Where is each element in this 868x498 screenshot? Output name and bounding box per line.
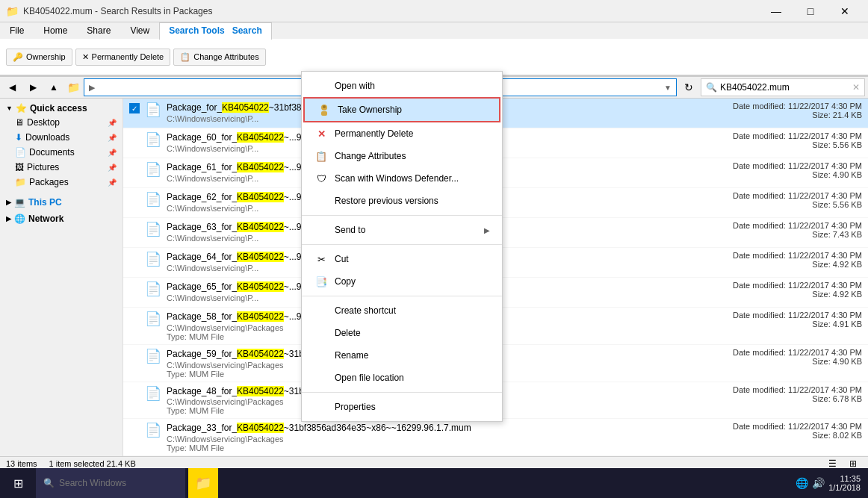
context-menu-item-permanently_delete[interactable]: ✕Permanently Delete <box>302 122 502 145</box>
file-meta: Date modified: 11/22/2017 4:30 PMSize: 4… <box>713 251 862 269</box>
packages-label: Packages <box>29 177 69 187</box>
network-icon: 🌐 <box>14 214 25 224</box>
system-tray: 🌐 🔊 <box>796 477 825 489</box>
file-checkbox[interactable] <box>129 131 144 133</box>
maximize-button[interactable]: □ <box>793 0 828 22</box>
taskbar: ⊞ 🔍 📁 🌐 🔊 11:35 1/1/2018 <box>0 468 868 498</box>
sidebar-group-network[interactable]: ▶ 🌐 Network <box>0 212 123 225</box>
file-explorer-icon: 📁 <box>195 475 211 491</box>
file-name-highlight: KB4054022 <box>237 222 284 232</box>
this-pc-icon: 💻 <box>14 197 25 208</box>
window-title: KB4054022.mum - Search Results in Packag… <box>23 6 759 16</box>
menu-separator <box>302 244 502 245</box>
context-menu-item-cut[interactable]: ✂Cut <box>302 248 502 270</box>
sidebar-item-pictures[interactable]: 🖼 Pictures 📌 <box>0 160 123 175</box>
file-type-icon: 📄 <box>144 311 162 327</box>
quick-access-label: Quick access <box>30 103 87 113</box>
file-meta: Date modified: 11/22/2017 4:30 PMSize: 8… <box>713 422 862 440</box>
context-menu-item-restore_versions[interactable]: Restore previous versions <box>302 190 502 212</box>
tab-search[interactable]: Search Tools Search <box>159 22 272 40</box>
tab-home[interactable]: Home <box>34 22 77 39</box>
path-icon: 📁 <box>67 81 80 93</box>
sidebar-item-packages[interactable]: 📁 Packages 📌 <box>0 175 123 190</box>
sidebar-item-downloads[interactable]: ⬇ Downloads 📌 <box>0 130 123 145</box>
selected-info: 1 item selected 21.4 KB <box>49 459 136 468</box>
search-clear-icon[interactable]: ✕ <box>852 82 860 93</box>
context-menu-item-send_to[interactable]: Send to▶ <box>302 219 502 241</box>
sidebar-item-documents[interactable]: 📄 Documents 📌 <box>0 145 123 160</box>
menu-item-icon <box>314 303 329 318</box>
pin-icon: 📌 <box>108 134 117 142</box>
context-menu-item-open_with[interactable]: Open with <box>302 75 502 97</box>
file-name-highlight: KB4054022 <box>237 311 284 322</box>
file-name-highlight: KB4054022 <box>237 162 284 172</box>
file-checkbox[interactable] <box>129 221 144 222</box>
documents-icon: 📄 <box>15 147 26 158</box>
file-checkbox[interactable] <box>129 311 144 312</box>
pictures-label: Pictures <box>27 162 59 172</box>
permanently-delete-button[interactable]: ✕ Permanently Delete <box>75 49 171 66</box>
file-meta: Date modified: 11/22/2017 4:30 PMSize: 4… <box>713 281 862 299</box>
forward-button[interactable]: ▶ <box>24 78 42 96</box>
context-menu-item-properties[interactable]: Properties <box>302 396 502 418</box>
context-menu-item-open_file_location[interactable]: Open file location <box>302 367 502 389</box>
context-menu-item-rename[interactable]: Rename <box>302 344 502 367</box>
ribbon: File Home Share View Search Tools Search… <box>0 22 868 77</box>
close-button[interactable]: ✕ <box>828 0 862 22</box>
change-attributes-button[interactable]: 📋 Change Attributes <box>173 49 265 66</box>
file-meta: Date modified: 11/22/2017 4:30 PMSize: 4… <box>713 348 862 366</box>
file-checkbox[interactable] <box>129 281 144 282</box>
file-meta: Date modified: 11/22/2017 4:30 PMSize: 4… <box>713 311 862 329</box>
context-menu-item-scan_defender[interactable]: 🛡Scan with Windows Defender... <box>302 167 502 190</box>
file-checkbox[interactable] <box>129 161 144 163</box>
menu-item-icon: ✕ <box>314 126 329 141</box>
context-menu-item-delete[interactable]: Delete <box>302 322 502 344</box>
file-meta: Date modified: 11/22/2017 4:30 PMSize: 2… <box>713 102 862 119</box>
menu-item-label: Permanently Delete <box>335 128 413 139</box>
pin-icon: 📌 <box>108 178 117 187</box>
sidebar-group-quick-access[interactable]: ▼ ⭐ Quick access <box>0 102 123 115</box>
file-checkbox[interactable] <box>129 348 144 349</box>
start-button[interactable]: ⊞ <box>0 468 36 498</box>
file-explorer-taskbar-icon[interactable]: 📁 <box>188 468 218 498</box>
file-size: Size: 5.56 KB <box>713 200 862 209</box>
sidebar-item-desktop[interactable]: 🖥 Desktop 📌 <box>0 115 123 130</box>
search-input[interactable] <box>720 82 852 93</box>
file-checkbox[interactable] <box>129 385 144 387</box>
refresh-button[interactable]: ↻ <box>680 78 698 96</box>
taskbar-search-input[interactable] <box>59 478 178 488</box>
taskbar-search[interactable]: 🔍 <box>36 468 185 498</box>
context-menu-item-take_ownership[interactable]: Take Ownership <box>303 97 500 122</box>
back-button[interactable]: ◀ <box>3 78 21 96</box>
file-type-icon: 📄 <box>144 385 162 402</box>
delete-icon: ✕ <box>82 52 89 62</box>
sidebar-group-this-pc[interactable]: ▶ 💻 This PC <box>0 196 123 209</box>
file-checkbox[interactable] <box>129 251 144 252</box>
pin-icon: 📌 <box>108 164 117 172</box>
file-type-icon: 📄 <box>144 131 162 148</box>
file-type-label: Type: MUM File <box>167 443 713 452</box>
file-name-highlight: KB4054022 <box>237 192 284 202</box>
tab-view[interactable]: View <box>120 22 159 39</box>
tab-file[interactable]: File <box>0 22 34 39</box>
file-size: Size: 5.56 KB <box>713 140 862 149</box>
context-menu-item-copy[interactable]: 📑Copy <box>302 270 502 293</box>
address-dropdown-arrow[interactable]: ▼ <box>664 84 672 92</box>
file-modified: Date modified: 11/22/2017 4:30 PM <box>713 131 862 140</box>
file-checkbox[interactable]: ✓ <box>129 102 144 113</box>
tab-share[interactable]: Share <box>77 22 120 39</box>
checkbox-checked[interactable]: ✓ <box>129 103 140 113</box>
minimize-button[interactable]: — <box>759 0 793 22</box>
context-menu-item-change_attributes[interactable]: 📋Change Attributes <box>302 145 502 167</box>
file-checkbox[interactable] <box>129 191 144 193</box>
ownership-button[interactable]: 🔑 Ownership <box>6 49 72 66</box>
menu-item-label: Copy <box>335 276 356 287</box>
file-checkbox[interactable] <box>129 422 144 423</box>
file-item[interactable]: 📄Package_33_for_KB4054022~31bf3856ad364e… <box>123 419 868 456</box>
file-name-highlight: KB4054022 <box>237 252 284 262</box>
context-menu-item-create_shortcut[interactable]: Create shortcut <box>302 299 502 322</box>
file-name-highlight: KB4054022 <box>222 102 269 113</box>
up-button[interactable]: ▲ <box>45 78 63 96</box>
ownership-icon: 🔑 <box>13 52 23 62</box>
menu-item-label: Create shortcut <box>335 305 396 316</box>
